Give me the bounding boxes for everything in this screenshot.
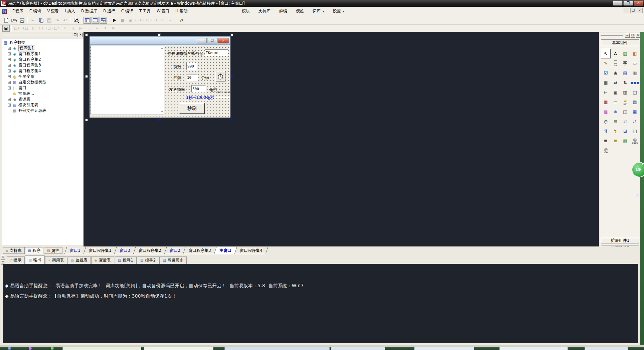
palette-component[interactable]: ◫	[630, 88, 640, 97]
palette-component[interactable]: ▥	[630, 68, 640, 78]
palette-component[interactable]: ✎	[601, 58, 611, 68]
panel-button[interactable]: ❐	[630, 33, 635, 38]
menu-item[interactable]: W.窗口	[154, 7, 172, 15]
palette-component[interactable]: ⊟	[611, 117, 620, 126]
taskbar-button[interactable]	[331, 347, 385, 350]
output-tab[interactable]: ▤ 搜寻2	[137, 256, 159, 264]
taskbar-button[interactable]	[414, 347, 474, 350]
account-input[interactable]	[205, 49, 228, 56]
palette-component[interactable]: ↖	[601, 49, 611, 58]
tree-item[interactable]: + ▢ 窗口	[3, 85, 82, 91]
expand-icon[interactable]: +	[8, 52, 11, 55]
palette-component[interactable]: ◎ ODBC	[630, 136, 640, 146]
palette-component[interactable]: ☐ CN	[611, 58, 620, 68]
align-icon[interactable]: ⊥⊥	[37, 25, 45, 32]
align-icon[interactable]: ∥	[69, 25, 77, 32]
expand-icon[interactable]: +	[8, 58, 11, 61]
resize-handle[interactable]	[85, 75, 88, 78]
palette-component[interactable]: ⇄	[630, 117, 640, 126]
layout-mixed-pane-icon[interactable]	[100, 17, 107, 24]
palette-component[interactable]: ▧	[620, 49, 630, 58]
align-icon[interactable]: 工	[86, 25, 93, 32]
palette-component[interactable]: ▣	[611, 88, 620, 97]
palette-component[interactable]: ◫	[630, 126, 640, 136]
save-icon[interactable]	[18, 17, 26, 24]
menu-item[interactable]: I.插入	[62, 7, 78, 15]
debug-icon[interactable]: ↪	[159, 17, 166, 24]
expand-icon[interactable]: +	[8, 98, 11, 101]
redo-icon[interactable]: ↷	[53, 17, 61, 24]
palette-component[interactable]: ⇅	[620, 78, 630, 88]
form-minimize-button[interactable]: —	[197, 38, 207, 43]
palette-component[interactable]: ▦	[601, 78, 611, 88]
menu-item[interactable]: 模块	[237, 7, 254, 15]
menu-item[interactable]: C.编译	[118, 7, 136, 15]
palette-component[interactable]: ▤	[620, 68, 630, 78]
menu-item[interactable]: V.查看	[44, 7, 61, 15]
palette-component[interactable]: ⊢	[601, 88, 611, 97]
tree-item[interactable]: + ◍ 全局变量	[3, 74, 82, 79]
form-close-button[interactable]: ✕	[217, 38, 229, 43]
palette-component[interactable]: ◉	[611, 68, 620, 78]
align-icon[interactable]: ↕	[102, 25, 109, 32]
listbox-control[interactable]: ▲ ▼	[91, 45, 164, 115]
expand-icon[interactable]: +	[8, 75, 11, 78]
output-tab[interactable]: ◈ 变量表	[91, 256, 114, 264]
panel-button[interactable]: ❐	[73, 33, 77, 37]
scroll-up-icon[interactable]: ▲	[160, 46, 164, 49]
close-button[interactable]: ✕	[634, 0, 643, 6]
stop-icon[interactable]	[119, 17, 126, 24]
align-icon[interactable]: +□+	[45, 25, 53, 32]
output-tab[interactable]: ▤ 输出	[25, 255, 44, 264]
palette-component[interactable]: ◫	[620, 107, 630, 117]
align-icon[interactable]: ↔	[94, 25, 101, 32]
resize-handle[interactable]	[85, 119, 88, 121]
expand-icon[interactable]: +	[8, 86, 11, 90]
menu-item[interactable]: E.编辑	[26, 7, 44, 15]
palette-component[interactable]: ⇅	[601, 126, 611, 136]
taskbar-button[interactable]	[224, 347, 330, 350]
undo-icon[interactable]: ↶	[61, 17, 69, 24]
expand-icon[interactable]: +	[8, 104, 11, 107]
palette-component[interactable]: ◎ ODBC	[601, 146, 611, 155]
tree-item[interactable]: + ◈ 程序集1	[3, 45, 82, 51]
debug-icon[interactable]: {}+	[151, 17, 158, 24]
mdi-control-button[interactable]: –	[624, 8, 629, 13]
run-icon[interactable]	[111, 17, 118, 24]
expand-icon[interactable]: +	[8, 64, 11, 67]
refresh-button[interactable]: 秒刷	[179, 103, 205, 114]
document-tab[interactable]: 窗口程序集3	[183, 247, 216, 254]
palette-component[interactable]: ⊕	[611, 107, 620, 117]
listbox-scrollbar[interactable]: ▲ ▼	[160, 45, 164, 114]
designed-form-window[interactable]: — ❐ ✕ ▲ ▼ 你腾讯微博的帐号@: 页数	[90, 36, 230, 118]
document-tab[interactable]: 窗口2	[164, 247, 185, 254]
tree-item[interactable]: + ◈ 窗口程序集1	[3, 51, 82, 57]
expand-icon[interactable]: +	[8, 81, 11, 84]
document-tab[interactable]: 窗口1	[64, 247, 86, 254]
menu-item[interactable]: B.数据库	[78, 7, 100, 15]
debug-icon[interactable]: {+}	[143, 17, 150, 24]
stopwatch-button[interactable]	[215, 71, 225, 81]
menu-item[interactable]: 便签	[292, 7, 308, 15]
start-orb-icon[interactable]	[8, 347, 11, 350]
output-tab[interactable]: ⌗ 调用表	[45, 256, 67, 264]
debug-icon[interactable]: ▣	[127, 17, 134, 24]
palette-header[interactable]: 基本组件	[601, 39, 639, 46]
context-help-icon[interactable]: ?ı	[178, 17, 185, 24]
panel-tab[interactable]: ▤ 程序	[25, 247, 43, 254]
palette-component[interactable]: ▦	[601, 97, 611, 107]
tree-item[interactable]: ▤ 外部文件记录表	[3, 108, 82, 114]
minimize-button[interactable]: –	[613, 0, 623, 6]
form-maximize-button[interactable]: ❐	[207, 38, 217, 43]
align-icon[interactable]: ]↔[	[77, 25, 85, 32]
tree-item[interactable]: + ◈ 窗口程序集4	[3, 68, 82, 74]
palette-component[interactable]: ▥	[620, 88, 630, 97]
panel-tab[interactable]: ▧ 属性	[44, 247, 62, 254]
expand-icon[interactable]: +	[8, 69, 11, 72]
pages-input[interactable]	[186, 63, 197, 70]
palette-component[interactable]: ⇄	[620, 117, 630, 126]
panel-button[interactable]: ✕	[78, 33, 83, 37]
palette-component[interactable]: A	[611, 49, 620, 58]
align-icon[interactable]: ⊕	[110, 25, 117, 32]
menu-item[interactable]: T.工具	[136, 7, 154, 15]
